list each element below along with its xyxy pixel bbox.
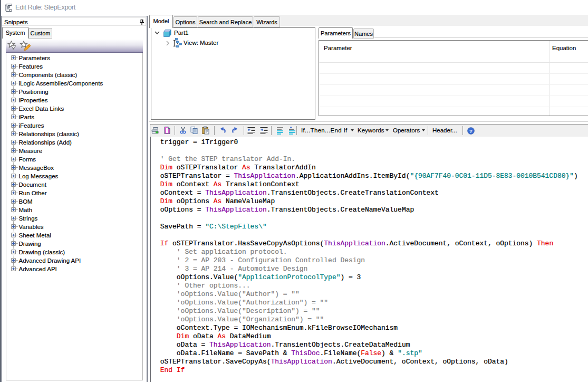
svg-text:?: ?: [469, 128, 473, 134]
